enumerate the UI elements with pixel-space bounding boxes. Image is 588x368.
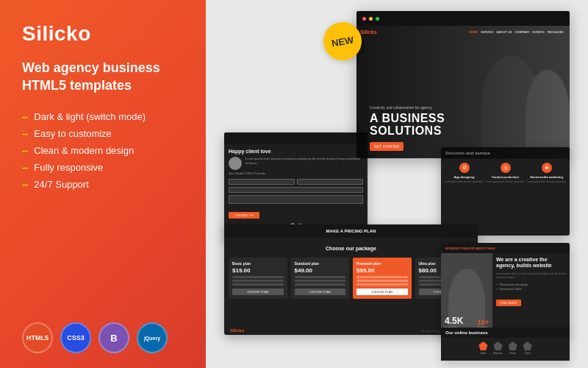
list-item: – Clean & modern design: [22, 145, 184, 156]
biz-icon-business: Business: [493, 342, 502, 355]
hero-main-text: A BUSINESS SOLUTIONS: [370, 112, 445, 138]
form-input-message: [229, 195, 363, 204]
check-icon: ✓: [496, 283, 498, 286]
plan-2-price: $49.00: [295, 267, 346, 274]
nav-dot-yellow: [369, 17, 373, 21]
stat-number: 4.5K: [445, 316, 463, 326]
right-panel: NEW Silicko HOME SERVICE ABOUT US C: [206, 0, 588, 368]
html5-label: HTML5: [26, 334, 49, 342]
service-2-title: Content production: [486, 175, 525, 179]
service-icon-3: ⊕: [542, 163, 552, 173]
preview-about: INTRODUCTION FOR ABOUT PAGE 4.5K Happy c…: [441, 243, 570, 335]
feature-label: Fully responsive: [34, 162, 103, 173]
about-content: 4.5K Happy client 10+ Experience We are …: [441, 253, 570, 335]
about-label: INTRODUCTION FOR ABOUT PAGE: [445, 247, 495, 250]
service-card-1: ⚙ App designing Lorem ipsum dolor sit am…: [445, 163, 484, 183]
subtitle-line1: Web agency business: [22, 60, 160, 75]
css3-label: CSS3: [67, 334, 85, 342]
price-card-1: Basic plan $19.00 CHOOSE PLAN: [229, 258, 287, 299]
biz-icon-cloud: Cloud: [523, 342, 532, 355]
list-item: – Fully responsive: [22, 162, 184, 173]
nav-service: SERVICE: [481, 30, 494, 34]
online-biz-title: Our online business: [445, 330, 488, 335]
social-label: Social: [510, 352, 516, 355]
business-icon: [494, 342, 503, 350]
hero-small-text: Creativity and collaboration for agency: [370, 105, 445, 110]
preview-services: Direction and service ⚙ App designing Lo…: [441, 147, 570, 236]
hero-line1: A BUSINESS: [370, 112, 445, 124]
html5-badge: HTML5: [22, 322, 53, 353]
cloud-label: Cloud: [525, 352, 531, 355]
about-features: ✓ Professional web design ✓ Pixel perfec…: [496, 283, 566, 291]
testimonial-title: Happy client love: [229, 149, 363, 154]
email-label: Email: [481, 352, 487, 355]
pricing-main-title: Choose our package: [326, 246, 376, 251]
service-2-text: Lorem ipsum dolor sit amet consectetur: [486, 180, 525, 183]
nav-dot-red: [362, 17, 366, 21]
nav-events: EVENTS: [533, 30, 545, 34]
plan-3-feature-3: [356, 283, 408, 286]
about-desc: Lorem ipsum dolor sit amet consectetur a…: [496, 272, 566, 280]
service-3-title: Social media marketing: [527, 175, 566, 179]
preview-mid-left: Happy client love Lorem ipsum dolor sit …: [224, 132, 368, 239]
author-name: John Smith: [229, 171, 243, 175]
testimonial-body: Lorem ipsum dolor sit amet consectetur a…: [229, 157, 363, 175]
service-icon-2: ◎: [501, 163, 511, 173]
feature-label: Easy to customize: [34, 128, 112, 139]
about-text: We are a creative the agency, builds web…: [492, 253, 570, 335]
check-icon: ✓: [496, 288, 498, 291]
email-icon: [478, 342, 487, 350]
about-header: INTRODUCTION FOR ABOUT PAGE: [441, 243, 570, 253]
biz-icon-social: Social: [509, 342, 517, 355]
plan-3-feature-1: [356, 276, 408, 278]
plan-3-price: $99.00: [356, 267, 408, 274]
form-input-email: [297, 179, 363, 185]
plan-3-name: Premium plan: [356, 261, 408, 266]
plan-2-feature-2: [295, 280, 346, 282]
nav-dot-green: [376, 17, 379, 21]
service-icon-1: ⚙: [459, 163, 470, 173]
price-card-3: Premium plan $99.00 CHOOSE PLAN: [353, 258, 412, 299]
form-row-1: [229, 179, 363, 185]
preview-hero: Silicko HOME SERVICE ABOUT US COMPANY EV…: [356, 26, 570, 158]
footer-brand: Silicko: [230, 328, 244, 333]
service-1-title: App designing: [445, 175, 484, 179]
bullet-icon: –: [22, 145, 28, 156]
plan-2-name: Standard plan: [295, 261, 346, 266]
online-biz-icons: Email Business Social Cloud: [441, 338, 570, 358]
list-item: – Easy to customize: [22, 128, 184, 139]
preview-online-biz: Our online business Email Business Socia…: [441, 328, 570, 361]
plan-1-feature-2: [232, 280, 284, 282]
plan-1-name: Basic plan: [232, 261, 284, 266]
bootstrap-badge: B: [98, 322, 129, 353]
preview-top: Silicko HOME SERVICE ABOUT US COMPANY EV…: [356, 11, 570, 158]
plan-1-feature-1: [232, 276, 284, 278]
testimonial-avatar: [229, 157, 242, 170]
hero-nav: HOME SERVICE ABOUT US COMPANY EVENTS PAC…: [469, 30, 564, 34]
bullet-icon: –: [22, 179, 28, 190]
plan-1-cta[interactable]: CHOOSE PLAN: [232, 289, 284, 295]
plan-3-cta[interactable]: CHOOSE PLAN: [356, 289, 408, 295]
about-image: 4.5K Happy client 10+ Experience: [441, 253, 492, 335]
form-submit-button[interactable]: CONTACT US: [229, 212, 259, 219]
nav-home: HOME: [469, 30, 478, 34]
plan-1-price: $19.00: [232, 267, 284, 274]
biz-icon-email: Email: [478, 342, 487, 355]
exp-number: 10+: [478, 319, 489, 326]
about-cta-button[interactable]: FIND MORE: [496, 300, 521, 306]
bootstrap-label: B: [110, 333, 117, 344]
author-role: CEO / Founder: [245, 171, 265, 175]
service-card-3: ⊕ Social media marketing Lorem ipsum dol…: [527, 163, 566, 183]
plan-2-feature-1: [295, 276, 346, 278]
tech-badges: HTML5 CSS3 B jQuery: [22, 322, 184, 353]
mid-left-content: Happy client love Lorem ipsum dolor sit …: [224, 144, 368, 232]
about-feature-1: ✓ Professional web design: [496, 283, 566, 286]
testimonial-text: Lorem ipsum dolor sit amet consectetur a…: [229, 157, 363, 165]
features-list: – Dark & light (switch mode) – Easy to c…: [22, 111, 184, 196]
mockup-container: NEW Silicko HOME SERVICE ABOUT US C: [220, 7, 573, 361]
list-item: – 24/7 Support: [22, 179, 184, 190]
plan-2-cta[interactable]: CHOOSE PLAN: [295, 289, 346, 295]
form-input-subject: [229, 187, 363, 193]
plan-2-feature-3: [295, 283, 346, 286]
pricing-header: MAKE A PRICING PLAN: [224, 224, 478, 238]
